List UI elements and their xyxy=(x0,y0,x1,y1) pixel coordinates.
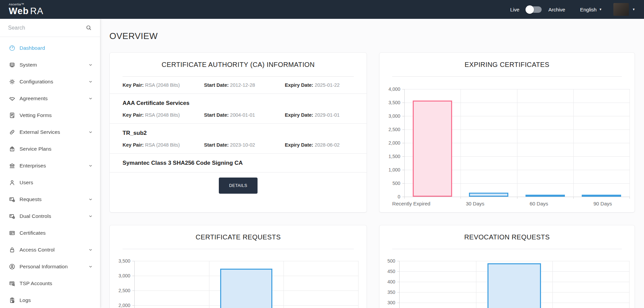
x-tick-mark xyxy=(461,197,461,199)
gauge-icon xyxy=(9,45,15,51)
sidebar-item-access-control[interactable]: Access Control xyxy=(0,241,100,258)
x-axis-label: 60 Days xyxy=(530,201,548,206)
archive-label: Archive xyxy=(548,7,565,12)
sidebar-menu: DashboardSystemConfigurationsAgreementsV… xyxy=(0,37,100,308)
user-menu[interactable]: ▼ xyxy=(613,3,635,16)
start-date-field: Start Date: 2012-12-28 xyxy=(204,82,285,88)
log-clipboard-icon xyxy=(9,297,15,304)
sidebar-item-dual-controls[interactable]: Dual Controls xyxy=(0,208,100,225)
y-tick-label: 350 xyxy=(387,290,395,295)
y-tick-label: 2,500 xyxy=(388,127,400,132)
sidebar-item-service-plans[interactable]: Service Plans xyxy=(0,141,100,157)
bar-chart-expiring-certificates: 4,0003,5003,0002,5002,0001,5001,0005000 xyxy=(404,89,630,197)
key-pair-field: Key Pair: RSA (2048 Bits) xyxy=(123,82,204,88)
sidebar-item-users[interactable]: Users xyxy=(0,174,100,191)
chart-title: REVOCATION REQUESTS xyxy=(379,225,635,249)
chart-title: CERTIFICATE REQUESTS xyxy=(110,225,367,249)
live-archive-toggle[interactable] xyxy=(526,6,542,13)
sidebar-item-personal-information[interactable]: Personal Information xyxy=(0,258,100,275)
sidebar-item-external-services[interactable]: External Services xyxy=(0,124,100,141)
ca-entry-name: AAA Certificate Services xyxy=(110,94,367,107)
sidebar-item-enterprises[interactable]: Enterprises xyxy=(0,157,100,174)
x-gridline xyxy=(404,89,405,197)
sidebar-item-requests[interactable]: Requests xyxy=(0,191,100,208)
y-tick-label: 500 xyxy=(393,181,400,186)
bar-30-days xyxy=(469,193,508,197)
sidebar: DashboardSystemConfigurationsAgreementsV… xyxy=(0,19,100,308)
avatar xyxy=(613,3,629,16)
y-tick-label: 300 xyxy=(387,300,395,305)
y-tick-label: 3,500 xyxy=(118,258,130,264)
sidebar-item-label: Configurations xyxy=(20,79,84,85)
x-gridline xyxy=(461,89,461,197)
y-tick-label: 500 xyxy=(387,258,395,264)
y-tick-label: 0 xyxy=(398,194,400,199)
chevron-down-icon xyxy=(88,79,93,84)
ca-entry-details: Key Pair: RSA (2048 Bits)Start Date: 201… xyxy=(110,77,367,88)
chevron-down-icon xyxy=(88,62,93,68)
top-navbar: Ascertia™ WebRA Live Archive English ▼ ▼ xyxy=(0,0,644,19)
x-axis-label: 90 Days xyxy=(594,201,612,206)
start-date-field: Start Date: 2023-10-02 xyxy=(204,142,285,148)
ca-entry-details: Key Pair: RSA (2048 Bits)Start Date: 202… xyxy=(110,137,367,148)
vetting-form-icon xyxy=(9,112,15,119)
tsp-account-icon xyxy=(9,280,15,287)
sidebar-item-label: Dashboard xyxy=(20,45,93,51)
x-axis-label: 30 Days xyxy=(466,201,484,206)
x-gridline xyxy=(399,261,400,308)
x-tick-mark xyxy=(517,197,517,199)
app-logo: Ascertia™ WebRA xyxy=(9,3,43,16)
server-icon xyxy=(9,62,15,68)
x-gridline xyxy=(517,89,517,197)
chevron-down-icon xyxy=(88,247,93,253)
sidebar-item-configurations[interactable]: Configurations xyxy=(0,73,100,90)
gear-icon xyxy=(9,78,15,85)
x-gridline xyxy=(552,261,553,308)
y-tick-label: 3,000 xyxy=(388,113,400,119)
sidebar-item-system[interactable]: System xyxy=(0,56,100,73)
sidebar-item-label: External Services xyxy=(20,129,84,135)
divider xyxy=(392,249,622,249)
divider xyxy=(110,172,367,172)
x-gridline xyxy=(209,261,209,308)
bar-chart-certificate-requests: 3,5003,0002,5002,0001,5001,0005000 xyxy=(134,261,358,308)
sidebar-item-logs[interactable]: Logs xyxy=(0,292,100,308)
y-gridline xyxy=(399,261,629,261)
chevron-down-icon: ▼ xyxy=(632,8,635,11)
sidebar-item-vetting-forms[interactable]: Vetting Forms xyxy=(0,107,100,124)
sidebar-item-agreements[interactable]: Agreements xyxy=(0,90,100,107)
brand-ascertia: Ascertia™ xyxy=(9,3,43,6)
live-label: Live xyxy=(510,7,519,12)
chevron-down-icon xyxy=(88,96,93,101)
y-tick-label: 4,000 xyxy=(388,86,400,92)
sidebar-item-label: Access Control xyxy=(20,247,84,253)
sidebar-item-label: Certificates xyxy=(20,230,93,236)
language-dropdown[interactable]: English ▼ xyxy=(580,7,602,12)
y-tick-label: 2,000 xyxy=(118,303,130,308)
key-pair-field: Key Pair: RSA (2048 Bits) xyxy=(123,112,204,118)
sidebar-item-label: Logs xyxy=(20,297,93,303)
sidebar-item-label: Requests xyxy=(20,196,84,202)
chevron-down-icon xyxy=(88,129,93,135)
sidebar-item-label: Users xyxy=(20,180,93,186)
sidebar-item-dashboard[interactable]: Dashboard xyxy=(0,40,100,56)
chevron-down-icon xyxy=(88,197,93,202)
sidebar-item-label: Personal Information xyxy=(20,264,84,270)
chevron-down-icon xyxy=(88,264,93,269)
brand-webra: WebRA xyxy=(9,7,43,16)
details-button[interactable]: DETAILS xyxy=(219,178,258,194)
sidebar-item-label: Service Plans xyxy=(20,146,93,152)
sidebar-item-tsp-accounts[interactable]: TSP Accounts xyxy=(0,275,100,292)
sidebar-item-label: Agreements xyxy=(20,95,84,102)
dual-control-icon xyxy=(9,213,15,220)
divider xyxy=(123,249,354,249)
bar-chart-revocation-requests: 500450400350300250200150100500 xyxy=(399,261,629,308)
expiry-date-field: Expiry Date: 2025-01-22 xyxy=(285,82,354,88)
user-icon xyxy=(9,179,15,186)
sidebar-item-certificates[interactable]: Certificates xyxy=(0,225,100,241)
search-input[interactable] xyxy=(8,25,82,31)
y-tick-label: 450 xyxy=(387,269,395,274)
ca-card-title: CERTIFICATE AUTHORITY (CA) INFORMATION xyxy=(110,53,367,76)
language-label: English xyxy=(580,7,597,12)
sidebar-item-label: Vetting Forms xyxy=(20,112,93,118)
